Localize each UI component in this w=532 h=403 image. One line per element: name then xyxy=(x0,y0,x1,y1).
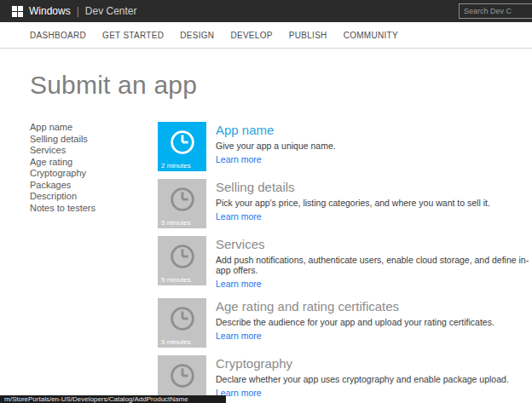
step-body: Cryptography Declare whether your app us… xyxy=(216,355,509,403)
step-title[interactable]: Services xyxy=(216,237,532,252)
steps-list: 2 minutes App name Give your app a uniqu… xyxy=(158,122,532,403)
page-title: Submit an app xyxy=(30,71,532,100)
sidebar-item-packages[interactable]: Packages xyxy=(30,180,158,192)
step-body: Services Add push notifications, authent… xyxy=(216,236,532,291)
nav-item-develop[interactable]: DEVELOP xyxy=(230,31,272,40)
nav-item-publish[interactable]: PUBLISH xyxy=(289,31,327,40)
nav-item-community[interactable]: COMMUNITY xyxy=(344,31,398,40)
step-description: Give your app a unique name. xyxy=(216,141,336,151)
step-description: Add push notifications, authenticate use… xyxy=(216,255,532,275)
step-sidebar: App name Selling details Services Age ra… xyxy=(30,122,158,403)
top-header: Windows | Dev Center xyxy=(0,0,532,22)
brand-windows-link[interactable]: Windows xyxy=(29,5,71,17)
step-duration: 5 minutes xyxy=(161,219,191,227)
step-row-selling-details: 5 minutes Selling details Pick your app'… xyxy=(158,179,532,228)
step-row-age-rating: 5 minutes Age rating and rating certific… xyxy=(158,298,532,348)
sidebar-item-services[interactable]: Services xyxy=(30,145,158,157)
clock-icon xyxy=(166,240,199,273)
step-title[interactable]: Selling details xyxy=(216,180,490,195)
step-row-app-name: 2 minutes App name Give your app a uniqu… xyxy=(158,122,532,171)
step-description: Describe the audience for your app and u… xyxy=(216,317,494,327)
sidebar-item-notes-to-testers[interactable]: Notes to testers xyxy=(30,203,158,215)
step-body: App name Give your app a unique name. Le… xyxy=(216,122,336,171)
learn-more-link[interactable]: Learn more xyxy=(216,154,262,164)
step-title[interactable]: Cryptography xyxy=(216,356,509,371)
step-duration: 2 minutes xyxy=(161,162,191,170)
main-nav: DASHBOARD GET STARTED DESIGN DEVELOP PUB… xyxy=(0,22,532,49)
step-tile-app-name[interactable]: 2 minutes xyxy=(158,122,206,171)
sidebar-item-age-rating[interactable]: Age rating xyxy=(30,157,158,169)
nav-item-design[interactable]: DESIGN xyxy=(180,31,214,40)
step-title[interactable]: Age rating and rating certificates xyxy=(216,299,494,314)
clock-icon xyxy=(166,183,199,216)
step-duration: 5 minutes xyxy=(161,276,191,284)
brand-dev-center-link[interactable]: Dev Center xyxy=(85,5,137,17)
clock-icon xyxy=(166,360,199,392)
sidebar-item-description[interactable]: Description xyxy=(30,191,158,203)
sidebar-item-selling-details[interactable]: Selling details xyxy=(30,134,158,146)
nav-item-dashboard[interactable]: DASHBOARD xyxy=(30,31,86,40)
step-tile-services[interactable]: 5 minutes xyxy=(158,236,206,285)
learn-more-link[interactable]: Learn more xyxy=(216,331,262,341)
step-duration: 5 minutes xyxy=(161,338,191,346)
step-tile-selling-details[interactable]: 5 minutes xyxy=(158,179,206,228)
step-row-services: 5 minutes Services Add push notification… xyxy=(158,236,532,291)
windows-logo-icon xyxy=(12,6,23,17)
step-title[interactable]: App name xyxy=(216,123,336,138)
learn-more-link[interactable]: Learn more xyxy=(216,211,262,222)
sidebar-item-app-name[interactable]: App name xyxy=(30,122,158,134)
clock-icon xyxy=(166,302,199,335)
clock-icon xyxy=(166,126,199,158)
step-description: Pick your app's price, listing categorie… xyxy=(216,198,490,208)
step-body: Selling details Pick your app's price, l… xyxy=(216,179,490,228)
search-input[interactable] xyxy=(459,3,532,19)
step-description: Declare whether your app uses cryptograp… xyxy=(216,374,509,384)
status-bar-url: m/StorePortals/en-US/Developers/Catalog/… xyxy=(0,395,226,403)
learn-more-link[interactable]: Learn more xyxy=(216,279,262,289)
content-area: App name Selling details Services Age ra… xyxy=(0,122,532,403)
step-tile-age-rating[interactable]: 5 minutes xyxy=(158,298,206,348)
sidebar-item-cryptography[interactable]: Cryptography xyxy=(30,168,158,180)
brand-divider: | xyxy=(77,5,79,17)
step-body: Age rating and rating certificates Descr… xyxy=(216,298,494,348)
nav-item-get-started[interactable]: GET STARTED xyxy=(102,31,164,40)
